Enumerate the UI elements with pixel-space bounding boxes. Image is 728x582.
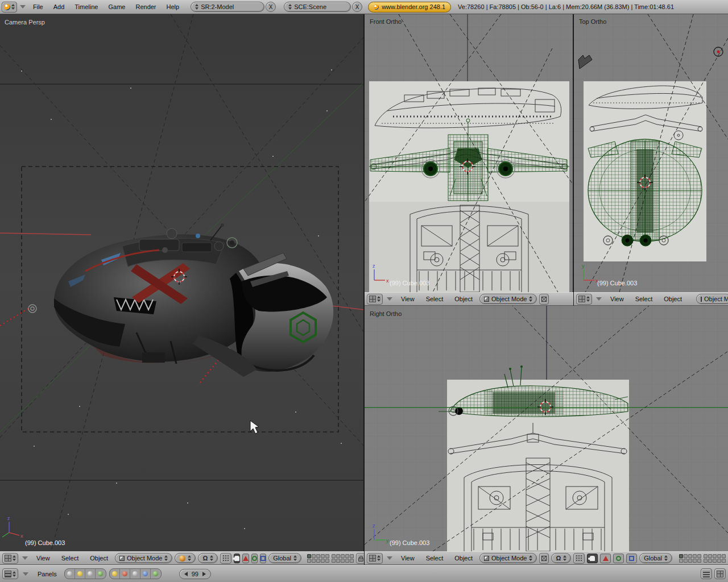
viewport-separator[interactable]: [573, 14, 574, 306]
layer-buttons[interactable]: [679, 554, 726, 563]
spinner-arrows-icon: [188, 555, 191, 561]
object-mode-icon: [119, 556, 125, 561]
script-button[interactable]: [75, 569, 85, 579]
blender-logo-icon: [374, 5, 379, 10]
camera-viewport[interactable]: Camera Persp z x (99) Cube.003: [0, 14, 364, 551]
world-icon: [153, 571, 158, 576]
version-badge-label: www.blender.org 248.1: [382, 3, 445, 10]
select-menu[interactable]: Select: [57, 555, 84, 562]
editor-type-button[interactable]: [367, 553, 383, 564]
frame-prev-icon[interactable]: [184, 572, 188, 576]
select-menu[interactable]: Select: [631, 296, 657, 302]
viewport-label: Top Ortho: [579, 18, 606, 25]
spinner-arrows-icon: [586, 296, 590, 302]
orientation-label: Global: [273, 555, 291, 562]
screen-close-button[interactable]: X: [266, 2, 276, 12]
mode-dropdown[interactable]: Object Mode: [479, 294, 537, 304]
window-type-button[interactable]: [2, 2, 17, 13]
view-menu[interactable]: View: [606, 296, 628, 302]
front-viewport[interactable]: Front Ortho z x (99) Cube.003: [365, 14, 573, 292]
sliders-button[interactable]: [701, 568, 712, 579]
rotate-manipulator-toggle[interactable]: [613, 554, 624, 563]
header-collapse-icon[interactable]: [20, 5, 26, 9]
editor-type-button[interactable]: [367, 294, 383, 305]
manipulator-toggle[interactable]: [234, 554, 240, 563]
translate-manipulator-toggle[interactable]: [242, 554, 249, 563]
logic-button[interactable]: [65, 569, 75, 579]
proportional-edit-button[interactable]: [573, 553, 585, 564]
menu-game[interactable]: Game: [104, 3, 130, 10]
material-button[interactable]: [120, 569, 130, 579]
shading-button[interactable]: [85, 569, 96, 579]
axis-y-label: y: [386, 538, 389, 543]
header-menu-collapse-icon[interactable]: [22, 556, 28, 560]
buttons-window-icon: [5, 571, 11, 577]
axis-z-label: z: [7, 516, 10, 521]
frame-number[interactable]: 99: [192, 571, 198, 577]
panels-menu[interactable]: Panels: [33, 571, 61, 577]
frame-stepper[interactable]: 99: [179, 569, 211, 579]
scene-selector[interactable]: SCE:Scene: [284, 2, 351, 12]
script-icon: [77, 571, 82, 576]
scale-manipulator-toggle[interactable]: [626, 554, 637, 563]
draw-type-button[interactable]: [539, 294, 549, 305]
menu-render[interactable]: Render: [131, 3, 160, 10]
manipulator-toggle[interactable]: [587, 554, 598, 563]
menu-timeline[interactable]: Timeline: [70, 3, 102, 10]
header-menu-collapse-icon[interactable]: [596, 297, 602, 301]
proportional-edit-button[interactable]: [220, 553, 231, 564]
right-viewport[interactable]: Right Ortho z y (99) Cube.003: [365, 306, 728, 551]
editor-type-button[interactable]: [2, 568, 18, 579]
spinner-arrows-icon: [164, 555, 168, 561]
object-menu[interactable]: Object: [85, 555, 113, 562]
object-menu[interactable]: Object: [659, 296, 686, 302]
mode-dropdown[interactable]: Object Mode: [479, 553, 537, 563]
frame-next-icon[interactable]: [202, 572, 206, 576]
world-button[interactable]: [151, 569, 161, 579]
view-menu[interactable]: View: [396, 296, 419, 302]
radiosity-button[interactable]: [140, 569, 151, 579]
camera-viewport-canvas[interactable]: Camera Persp z x (99) Cube.003: [0, 14, 364, 551]
layer-buttons[interactable]: [307, 554, 354, 563]
object-button[interactable]: [96, 569, 106, 579]
top-viewport[interactable]: Top Ortho y x (99) Cube.003: [574, 14, 728, 292]
lock-button[interactable]: [356, 553, 364, 564]
menu-help[interactable]: Help: [162, 3, 184, 10]
orientation-dropdown[interactable]: Global: [268, 553, 301, 563]
viewport-separator[interactable]: [363, 14, 365, 565]
menu-add[interactable]: Add: [49, 3, 69, 10]
screen-selector[interactable]: SR:2-Model: [191, 2, 264, 12]
object-menu[interactable]: Object: [450, 555, 477, 562]
mode-dropdown[interactable]: Object Mode: [115, 553, 172, 563]
select-menu[interactable]: Select: [421, 555, 448, 562]
scale-manipulator-toggle[interactable]: [260, 554, 266, 563]
menu-file[interactable]: File: [28, 3, 48, 10]
view-menu[interactable]: View: [32, 555, 55, 562]
right-viewport-canvas[interactable]: Right Ortho z y (99) Cube.003: [365, 306, 728, 551]
translate-manipulator-toggle[interactable]: [600, 554, 611, 563]
editor-type-button[interactable]: [576, 294, 592, 305]
grid-button[interactable]: [714, 568, 726, 579]
pivot-dropdown[interactable]: Ω: [551, 553, 571, 563]
pivot-dropdown[interactable]: Ω: [198, 553, 218, 563]
object-menu[interactable]: Object: [450, 296, 477, 302]
header-menu-collapse-icon[interactable]: [387, 556, 392, 560]
draw-type-dropdown[interactable]: [175, 553, 196, 563]
scene-close-button[interactable]: X: [352, 2, 362, 12]
material-icon: [122, 571, 127, 576]
orientation-dropdown[interactable]: Global: [639, 553, 672, 563]
red-triangle-icon: [243, 556, 249, 561]
view-menu[interactable]: View: [396, 555, 419, 562]
header-menu-collapse-icon[interactable]: [387, 297, 392, 301]
rotate-manipulator-toggle[interactable]: [251, 554, 258, 563]
texture-button[interactable]: [130, 569, 140, 579]
draw-type-button[interactable]: [539, 553, 549, 564]
front-viewport-canvas[interactable]: Front Ortho z x (99) Cube.003: [365, 14, 573, 292]
header-menu-collapse-icon[interactable]: [23, 572, 28, 576]
mode-dropdown[interactable]: Object Mode: [696, 294, 728, 304]
3d-view-icon: [578, 296, 585, 302]
lamp-button[interactable]: [110, 569, 120, 579]
editor-type-button[interactable]: [2, 553, 18, 564]
top-viewport-canvas[interactable]: Top Ortho y x (99) Cube.003: [574, 14, 728, 292]
select-menu[interactable]: Select: [421, 296, 448, 302]
